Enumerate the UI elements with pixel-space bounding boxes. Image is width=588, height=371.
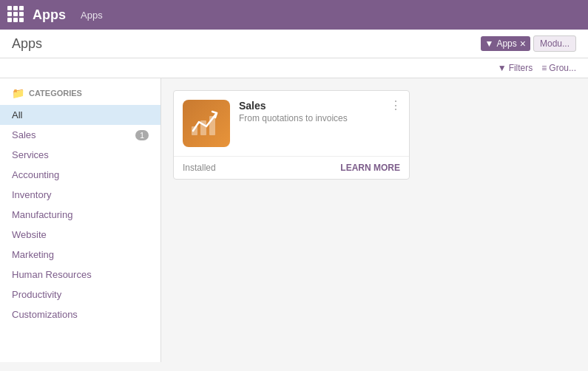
grid-icon[interactable] (7, 6, 25, 24)
sidebar-item-label: Inventory (12, 189, 51, 200)
sidebar-item-customizations[interactable]: Customizations (0, 304, 160, 324)
subheader-actions: ▼ Apps × Modu... (481, 35, 576, 52)
app-description: From quotations to invoices (239, 113, 400, 123)
sidebar-item-label: Marketing (12, 249, 54, 260)
module-button[interactable]: Modu... (533, 35, 576, 52)
app-cards: Sales From quotations to invoices ⋮ Inst… (173, 90, 576, 180)
sidebar-item-badge: 1 (135, 130, 149, 140)
sidebar-item-productivity[interactable]: Productivity (0, 285, 160, 304)
main-layout: 📁 CATEGORIES AllSales1ServicesAccounting… (0, 78, 588, 362)
sidebar-item-inventory[interactable]: Inventory (0, 185, 160, 205)
sidebar-item-label: Customizations (12, 309, 78, 320)
navbar: Apps Apps (0, 0, 588, 30)
content-area: Sales From quotations to invoices ⋮ Inst… (161, 78, 588, 362)
app-name: Sales (239, 100, 400, 112)
categories-label: 📁 CATEGORIES (0, 87, 160, 105)
toolbar: ▼ Filters ≡ Grou... (0, 58, 588, 78)
folder-icon: 📁 (12, 87, 24, 99)
subheader: Apps ▼ Apps × Modu... (0, 30, 588, 58)
navbar-title: Apps (33, 7, 66, 23)
sidebar-item-sales[interactable]: Sales1 (0, 125, 160, 145)
sidebar-item-label: Website (12, 229, 47, 240)
group-button[interactable]: ≡ Grou... (541, 63, 576, 73)
sidebar: 📁 CATEGORIES AllSales1ServicesAccounting… (0, 78, 161, 362)
sidebar-item-label: Manufacturing (12, 209, 72, 220)
group-icon: ≡ (541, 63, 547, 73)
app-card-inner: Sales From quotations to invoices ⋮ (174, 91, 409, 156)
sidebar-item-human-resources[interactable]: Human Resources (0, 265, 160, 285)
page-title: Apps (12, 36, 42, 52)
filter-tag-label: Apps (496, 38, 516, 49)
app-card-sales: Sales From quotations to invoices ⋮ Inst… (173, 90, 410, 180)
filter-icon: ▼ (498, 63, 507, 73)
sidebar-items: AllSales1ServicesAccountingInventoryManu… (0, 105, 160, 324)
sidebar-item-accounting[interactable]: Accounting (0, 165, 160, 185)
app-menu-icon[interactable]: ⋮ (390, 98, 402, 112)
sidebar-item-label: Services (12, 149, 49, 160)
learn-more-button[interactable]: LEARN MORE (340, 163, 400, 173)
app-status: Installed (183, 163, 216, 173)
sidebar-item-all[interactable]: All (0, 105, 160, 125)
app-icon (183, 100, 230, 147)
filter-tag-close[interactable]: × (520, 38, 526, 49)
filter-icon: ▼ (485, 38, 494, 49)
sidebar-item-marketing[interactable]: Marketing (0, 245, 160, 265)
sidebar-item-label: Productivity (12, 289, 61, 300)
sidebar-item-label: Human Resources (12, 269, 92, 280)
app-info: Sales From quotations to invoices (239, 100, 400, 123)
sidebar-item-website[interactable]: Website (0, 225, 160, 245)
app-card-footer: Installed LEARN MORE (174, 156, 409, 179)
sidebar-item-manufacturing[interactable]: Manufacturing (0, 205, 160, 225)
navbar-breadcrumb: Apps (81, 10, 103, 21)
app-icon-svg (189, 106, 224, 141)
sidebar-item-label: Accounting (12, 169, 59, 180)
apps-filter-tag[interactable]: ▼ Apps × (481, 36, 530, 51)
filters-button[interactable]: ▼ Filters (498, 63, 533, 73)
sidebar-item-services[interactable]: Services (0, 145, 160, 165)
sidebar-item-label: All (12, 109, 22, 120)
sidebar-item-label: Sales (12, 129, 36, 140)
